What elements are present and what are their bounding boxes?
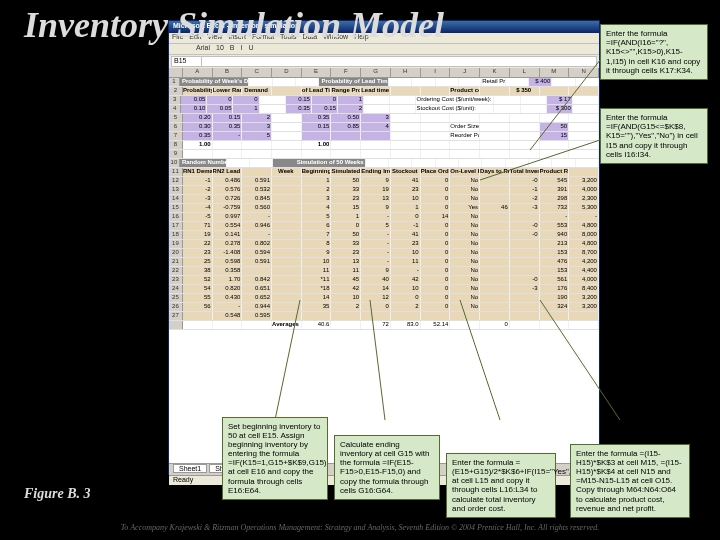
cell[interactable] [272, 204, 302, 212]
cell[interactable] [521, 105, 547, 113]
cell[interactable]: 4,000 [569, 276, 599, 284]
name-box[interactable]: B15 [172, 57, 202, 66]
cell[interactable]: 0.997 [213, 213, 243, 221]
cell[interactable]: 14 [361, 285, 391, 293]
cell[interactable] [494, 105, 520, 113]
cell[interactable] [480, 141, 510, 149]
cell[interactable]: No [450, 177, 480, 185]
excel-grid[interactable]: ABCDEFGHIJKLMN1Probability of Week's Dem… [169, 68, 599, 463]
col-head[interactable]: C [242, 68, 272, 77]
cell[interactable]: No [450, 303, 480, 311]
cell[interactable]: 0.576 [213, 186, 243, 194]
cell[interactable] [227, 159, 250, 167]
cell[interactable] [569, 123, 599, 131]
cell[interactable]: 0.842 [242, 276, 272, 284]
cell[interactable] [480, 276, 510, 284]
cell[interactable] [450, 141, 480, 149]
cell[interactable] [480, 195, 510, 203]
cell[interactable]: 10 [391, 195, 421, 203]
cell[interactable] [573, 96, 599, 104]
cell[interactable]: 0.05 [207, 105, 233, 113]
cell[interactable] [364, 105, 390, 113]
cell[interactable]: 0.15 [312, 105, 338, 113]
cell[interactable]: 33 [331, 240, 361, 248]
cell[interactable]: Retail Price [482, 78, 505, 86]
cell[interactable] [510, 213, 540, 221]
cell[interactable] [183, 150, 213, 158]
cell[interactable] [459, 78, 482, 86]
cell[interactable]: 0.35 [302, 114, 332, 122]
cell[interactable] [272, 186, 302, 194]
cell[interactable] [272, 258, 302, 266]
cell[interactable]: 0.598 [213, 258, 243, 266]
cell[interactable] [480, 267, 510, 275]
cell[interactable] [480, 231, 510, 239]
cell[interactable]: Stockout [391, 168, 421, 176]
cell[interactable]: 1 [338, 96, 364, 104]
cell[interactable]: 52.14 [421, 321, 451, 329]
cell[interactable]: 553 [540, 222, 570, 230]
cell[interactable]: Stockout Cost ($/unit): [416, 105, 494, 113]
cell[interactable] [366, 159, 389, 167]
cell[interactable] [521, 96, 547, 104]
cell[interactable]: 476 [540, 258, 570, 266]
cell[interactable]: 41 [391, 231, 421, 239]
cell[interactable]: 2 [331, 303, 361, 311]
cell[interactable]: 0.652 [242, 294, 272, 302]
cell[interactable]: -0 [510, 177, 540, 185]
cell[interactable] [272, 240, 302, 248]
cell[interactable]: 4,400 [569, 267, 599, 275]
cell[interactable]: 56 [183, 303, 213, 311]
cell[interactable] [510, 312, 540, 320]
cell[interactable]: Order Size [450, 123, 480, 131]
cell[interactable] [272, 123, 302, 131]
cell[interactable] [391, 312, 421, 320]
cell[interactable]: 3,200 [569, 294, 599, 302]
cell[interactable] [421, 87, 451, 95]
cell[interactable] [576, 159, 599, 167]
cell[interactable]: On-Level Inventory [450, 168, 480, 176]
cell[interactable] [272, 177, 302, 185]
cell[interactable]: - [361, 240, 391, 248]
cell[interactable]: Yes [450, 204, 480, 212]
cell[interactable] [213, 141, 243, 149]
cell[interactable]: No [450, 294, 480, 302]
cell[interactable] [421, 132, 451, 140]
cell[interactable] [569, 132, 599, 140]
cell[interactable]: 23 [391, 240, 421, 248]
cell[interactable]: 0.15 [302, 123, 332, 131]
cell[interactable] [361, 312, 391, 320]
cell[interactable] [573, 105, 599, 113]
cell[interactable] [272, 222, 302, 230]
cell[interactable] [331, 312, 361, 320]
cell[interactable] [242, 321, 272, 329]
cell[interactable]: 0 [421, 303, 451, 311]
cell[interactable]: 23 [183, 249, 213, 257]
cell[interactable] [272, 114, 302, 122]
cell[interactable]: - [391, 267, 421, 275]
cell[interactable] [389, 159, 412, 167]
cell[interactable]: 3 [302, 195, 332, 203]
cell[interactable]: 0 [233, 96, 259, 104]
cell[interactable] [540, 312, 570, 320]
cell[interactable]: No [450, 195, 480, 203]
cell[interactable] [272, 249, 302, 257]
cell[interactable] [421, 114, 451, 122]
cell[interactable] [421, 150, 451, 158]
cell[interactable] [480, 222, 510, 230]
cell[interactable]: *11 [302, 276, 332, 284]
cell[interactable] [391, 87, 421, 95]
cell[interactable]: 0.594 [242, 249, 272, 257]
col-head[interactable]: G [361, 68, 391, 77]
cell[interactable]: Beginning Inventory [302, 168, 332, 176]
excel-toolbar[interactable]: Arial10BIU [169, 44, 599, 55]
cell[interactable] [552, 78, 575, 86]
cell[interactable] [260, 96, 286, 104]
cell[interactable] [510, 321, 540, 329]
cell[interactable]: 0.15 [213, 114, 243, 122]
cell[interactable]: -3 [510, 285, 540, 293]
cell[interactable]: 3 [242, 123, 272, 131]
cell[interactable]: 40 [361, 276, 391, 284]
cell[interactable] [480, 240, 510, 248]
cell[interactable] [391, 132, 421, 140]
